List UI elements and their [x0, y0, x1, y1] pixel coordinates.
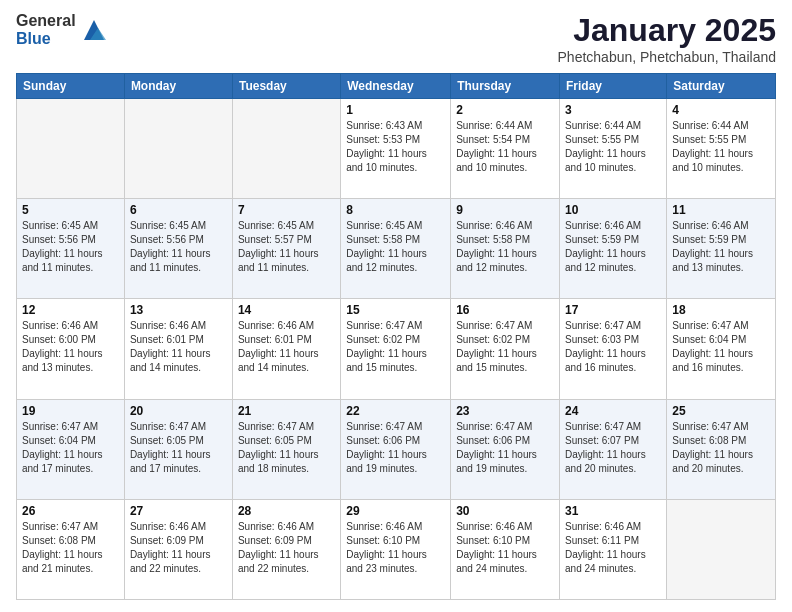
day-info: Sunrise: 6:45 AMSunset: 5:56 PMDaylight:…	[130, 219, 227, 275]
weekday-header-cell: Thursday	[451, 74, 560, 99]
day-info: Sunrise: 6:46 AMSunset: 6:00 PMDaylight:…	[22, 319, 119, 375]
day-info: Sunrise: 6:44 AMSunset: 5:55 PMDaylight:…	[565, 119, 661, 175]
weekday-header-cell: Friday	[560, 74, 667, 99]
day-number: 22	[346, 404, 445, 418]
day-number: 14	[238, 303, 335, 317]
main-title: January 2025	[558, 12, 776, 49]
day-info: Sunrise: 6:47 AMSunset: 6:02 PMDaylight:…	[346, 319, 445, 375]
day-number: 29	[346, 504, 445, 518]
day-info: Sunrise: 6:43 AMSunset: 5:53 PMDaylight:…	[346, 119, 445, 175]
calendar-day-cell: 22Sunrise: 6:47 AMSunset: 6:06 PMDayligh…	[341, 399, 451, 499]
day-info: Sunrise: 6:47 AMSunset: 6:05 PMDaylight:…	[238, 420, 335, 476]
day-info: Sunrise: 6:46 AMSunset: 6:10 PMDaylight:…	[456, 520, 554, 576]
calendar-body: 1Sunrise: 6:43 AMSunset: 5:53 PMDaylight…	[17, 99, 776, 600]
subtitle: Phetchabun, Phetchabun, Thailand	[558, 49, 776, 65]
day-info: Sunrise: 6:45 AMSunset: 5:57 PMDaylight:…	[238, 219, 335, 275]
logo-general: General	[16, 12, 76, 30]
logo-blue: Blue	[16, 30, 76, 48]
day-number: 20	[130, 404, 227, 418]
calendar-day-cell: 26Sunrise: 6:47 AMSunset: 6:08 PMDayligh…	[17, 499, 125, 599]
day-info: Sunrise: 6:47 AMSunset: 6:08 PMDaylight:…	[22, 520, 119, 576]
calendar-day-cell: 27Sunrise: 6:46 AMSunset: 6:09 PMDayligh…	[124, 499, 232, 599]
calendar-day-cell: 1Sunrise: 6:43 AMSunset: 5:53 PMDaylight…	[341, 99, 451, 199]
day-number: 19	[22, 404, 119, 418]
logo-icon	[80, 16, 108, 44]
calendar-day-cell: 12Sunrise: 6:46 AMSunset: 6:00 PMDayligh…	[17, 299, 125, 399]
day-number: 13	[130, 303, 227, 317]
calendar-day-cell: 5Sunrise: 6:45 AMSunset: 5:56 PMDaylight…	[17, 199, 125, 299]
calendar-day-cell	[124, 99, 232, 199]
calendar-day-cell: 17Sunrise: 6:47 AMSunset: 6:03 PMDayligh…	[560, 299, 667, 399]
day-number: 3	[565, 103, 661, 117]
calendar-day-cell: 25Sunrise: 6:47 AMSunset: 6:08 PMDayligh…	[667, 399, 776, 499]
calendar-day-cell: 2Sunrise: 6:44 AMSunset: 5:54 PMDaylight…	[451, 99, 560, 199]
calendar-day-cell: 19Sunrise: 6:47 AMSunset: 6:04 PMDayligh…	[17, 399, 125, 499]
day-number: 4	[672, 103, 770, 117]
calendar-day-cell: 9Sunrise: 6:46 AMSunset: 5:58 PMDaylight…	[451, 199, 560, 299]
weekday-header-cell: Wednesday	[341, 74, 451, 99]
calendar-day-cell: 21Sunrise: 6:47 AMSunset: 6:05 PMDayligh…	[232, 399, 340, 499]
day-number: 1	[346, 103, 445, 117]
day-number: 7	[238, 203, 335, 217]
day-number: 5	[22, 203, 119, 217]
header: General Blue January 2025 Phetchabun, Ph…	[16, 12, 776, 65]
calendar-day-cell: 30Sunrise: 6:46 AMSunset: 6:10 PMDayligh…	[451, 499, 560, 599]
calendar-day-cell: 15Sunrise: 6:47 AMSunset: 6:02 PMDayligh…	[341, 299, 451, 399]
calendar-day-cell: 13Sunrise: 6:46 AMSunset: 6:01 PMDayligh…	[124, 299, 232, 399]
calendar-day-cell: 31Sunrise: 6:46 AMSunset: 6:11 PMDayligh…	[560, 499, 667, 599]
day-info: Sunrise: 6:46 AMSunset: 6:01 PMDaylight:…	[130, 319, 227, 375]
calendar-day-cell: 28Sunrise: 6:46 AMSunset: 6:09 PMDayligh…	[232, 499, 340, 599]
calendar-day-cell: 29Sunrise: 6:46 AMSunset: 6:10 PMDayligh…	[341, 499, 451, 599]
day-info: Sunrise: 6:45 AMSunset: 5:58 PMDaylight:…	[346, 219, 445, 275]
day-number: 10	[565, 203, 661, 217]
day-info: Sunrise: 6:46 AMSunset: 5:59 PMDaylight:…	[565, 219, 661, 275]
weekday-header-cell: Monday	[124, 74, 232, 99]
day-info: Sunrise: 6:47 AMSunset: 6:07 PMDaylight:…	[565, 420, 661, 476]
day-number: 26	[22, 504, 119, 518]
calendar-day-cell: 8Sunrise: 6:45 AMSunset: 5:58 PMDaylight…	[341, 199, 451, 299]
weekday-header-cell: Tuesday	[232, 74, 340, 99]
day-info: Sunrise: 6:46 AMSunset: 6:11 PMDaylight:…	[565, 520, 661, 576]
day-info: Sunrise: 6:46 AMSunset: 6:10 PMDaylight:…	[346, 520, 445, 576]
day-info: Sunrise: 6:47 AMSunset: 6:03 PMDaylight:…	[565, 319, 661, 375]
weekday-header-cell: Saturday	[667, 74, 776, 99]
calendar-day-cell	[232, 99, 340, 199]
day-number: 8	[346, 203, 445, 217]
day-number: 11	[672, 203, 770, 217]
calendar-day-cell: 23Sunrise: 6:47 AMSunset: 6:06 PMDayligh…	[451, 399, 560, 499]
calendar-day-cell: 16Sunrise: 6:47 AMSunset: 6:02 PMDayligh…	[451, 299, 560, 399]
day-number: 9	[456, 203, 554, 217]
calendar-day-cell: 6Sunrise: 6:45 AMSunset: 5:56 PMDaylight…	[124, 199, 232, 299]
calendar-week-row: 5Sunrise: 6:45 AMSunset: 5:56 PMDaylight…	[17, 199, 776, 299]
day-info: Sunrise: 6:46 AMSunset: 6:09 PMDaylight:…	[130, 520, 227, 576]
calendar-day-cell: 18Sunrise: 6:47 AMSunset: 6:04 PMDayligh…	[667, 299, 776, 399]
day-info: Sunrise: 6:47 AMSunset: 6:05 PMDaylight:…	[130, 420, 227, 476]
calendar-day-cell	[17, 99, 125, 199]
title-section: January 2025 Phetchabun, Phetchabun, Tha…	[558, 12, 776, 65]
logo: General Blue	[16, 12, 108, 47]
calendar-day-cell: 11Sunrise: 6:46 AMSunset: 5:59 PMDayligh…	[667, 199, 776, 299]
calendar-day-cell: 14Sunrise: 6:46 AMSunset: 6:01 PMDayligh…	[232, 299, 340, 399]
day-info: Sunrise: 6:44 AMSunset: 5:55 PMDaylight:…	[672, 119, 770, 175]
day-info: Sunrise: 6:47 AMSunset: 6:06 PMDaylight:…	[346, 420, 445, 476]
weekday-header-row: SundayMondayTuesdayWednesdayThursdayFrid…	[17, 74, 776, 99]
day-number: 31	[565, 504, 661, 518]
day-number: 15	[346, 303, 445, 317]
calendar-day-cell: 4Sunrise: 6:44 AMSunset: 5:55 PMDaylight…	[667, 99, 776, 199]
day-info: Sunrise: 6:44 AMSunset: 5:54 PMDaylight:…	[456, 119, 554, 175]
day-number: 2	[456, 103, 554, 117]
day-info: Sunrise: 6:47 AMSunset: 6:04 PMDaylight:…	[22, 420, 119, 476]
day-info: Sunrise: 6:47 AMSunset: 6:04 PMDaylight:…	[672, 319, 770, 375]
calendar-day-cell	[667, 499, 776, 599]
day-info: Sunrise: 6:46 AMSunset: 6:01 PMDaylight:…	[238, 319, 335, 375]
day-info: Sunrise: 6:45 AMSunset: 5:56 PMDaylight:…	[22, 219, 119, 275]
day-info: Sunrise: 6:47 AMSunset: 6:02 PMDaylight:…	[456, 319, 554, 375]
weekday-header-cell: Sunday	[17, 74, 125, 99]
day-number: 16	[456, 303, 554, 317]
day-info: Sunrise: 6:46 AMSunset: 5:58 PMDaylight:…	[456, 219, 554, 275]
calendar-week-row: 19Sunrise: 6:47 AMSunset: 6:04 PMDayligh…	[17, 399, 776, 499]
day-number: 27	[130, 504, 227, 518]
calendar-week-row: 26Sunrise: 6:47 AMSunset: 6:08 PMDayligh…	[17, 499, 776, 599]
calendar-week-row: 1Sunrise: 6:43 AMSunset: 5:53 PMDaylight…	[17, 99, 776, 199]
day-number: 25	[672, 404, 770, 418]
